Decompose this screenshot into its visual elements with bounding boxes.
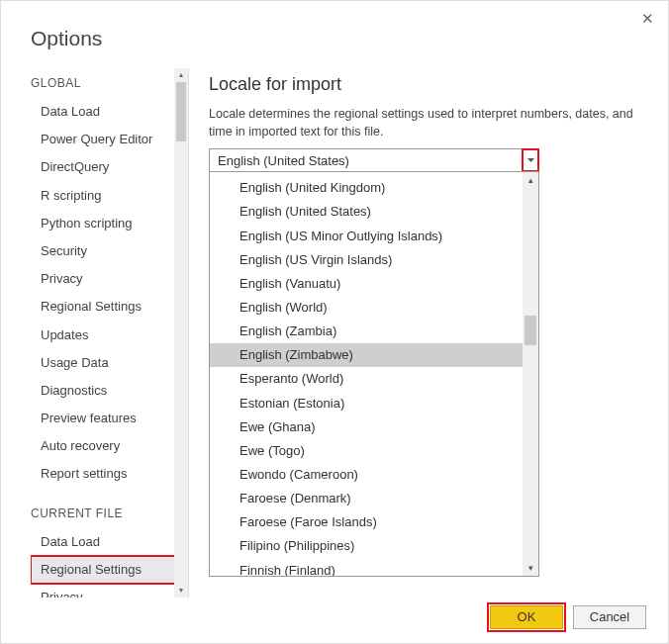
sidebar-item[interactable]: R scripting [31, 182, 179, 210]
locale-option[interactable]: English (United States) [210, 200, 523, 224]
locale-dropdown[interactable]: English (United States) English (United … [209, 148, 539, 172]
ok-button[interactable]: OK [490, 605, 563, 629]
locale-option[interactable]: English (US Minor Outlying Islands) [210, 225, 523, 248]
sidebar-item[interactable]: Regional Settings [31, 293, 179, 321]
scroll-up-icon[interactable]: ▴ [174, 68, 188, 82]
locale-dropdown-list[interactable]: English (United Kingdom)English (United … [209, 171, 539, 577]
locale-dropdown-box[interactable]: English (United States) [209, 148, 539, 172]
sidebar-item[interactable]: Python scripting [31, 210, 179, 237]
scroll-thumb[interactable] [525, 316, 536, 345]
locale-option[interactable]: Ewe (Togo) [210, 439, 523, 463]
locale-option[interactable]: Filipino (Philippines) [210, 534, 523, 558]
locale-option[interactable]: Ewondo (Cameroon) [210, 463, 523, 487]
sidebar-scrollbar[interactable]: ▴ ▾ [174, 68, 188, 598]
dialog-title: Options [1, 1, 668, 68]
sidebar-item[interactable]: Diagnostics [31, 377, 179, 405]
sidebar-item[interactable]: Power Query Editor [31, 126, 179, 153]
scroll-down-icon[interactable]: ▾ [523, 560, 538, 576]
sidebar-item[interactable]: Regional Settings [31, 556, 179, 584]
sidebar-item[interactable]: Report settings [31, 460, 179, 488]
sidebar-item[interactable]: Security [31, 237, 179, 265]
sidebar-header-global: GLOBAL [31, 68, 179, 98]
locale-dropdown-value: English (United States) [210, 153, 523, 168]
sidebar-item[interactable]: Privacy [31, 584, 179, 598]
locale-option[interactable]: English (United Kingdom) [210, 176, 523, 200]
list-scrollbar[interactable]: ▴ ▾ [523, 172, 538, 576]
locale-option[interactable]: Finnish (Finland) [210, 559, 523, 577]
sidebar-item[interactable]: Privacy [31, 265, 179, 293]
chevron-down-icon[interactable] [523, 149, 538, 171]
locale-option[interactable]: English (World) [210, 296, 523, 320]
sidebar-item[interactable]: DirectQuery [31, 153, 179, 181]
pane-heading: Locale for import [209, 74, 648, 95]
cancel-button[interactable]: Cancel [573, 605, 646, 629]
locale-option[interactable]: English (Zambia) [210, 320, 523, 343]
sidebar-item[interactable]: Updates [31, 322, 179, 349]
sidebar-header-current-file: CURRENT FILE [31, 489, 179, 528]
locale-option[interactable]: Estonian (Estonia) [210, 392, 523, 415]
locale-option[interactable]: English (US Virgin Islands) [210, 248, 523, 272]
sidebar-container: GLOBAL Data LoadPower Query EditorDirect… [31, 68, 189, 598]
locale-option[interactable]: Ewe (Ghana) [210, 415, 523, 439]
sidebar-item[interactable]: Usage Data [31, 349, 179, 377]
scroll-up-icon[interactable]: ▴ [523, 172, 538, 188]
locale-option[interactable]: English (Zimbabwe) [210, 343, 523, 367]
locale-option[interactable]: Faroese (Denmark) [210, 487, 523, 510]
scroll-thumb[interactable] [176, 82, 186, 141]
content-area: GLOBAL Data LoadPower Query EditorDirect… [1, 68, 668, 598]
sidebar-item[interactable]: Data Load [31, 98, 179, 126]
locale-option[interactable]: Faroese (Faroe Islands) [210, 510, 523, 534]
dialog-buttons: OK Cancel [490, 605, 646, 629]
sidebar-item[interactable]: Preview features [31, 405, 179, 432]
sidebar-item[interactable]: Auto recovery [31, 432, 179, 460]
sidebar-item[interactable]: Data Load [31, 528, 179, 556]
pane-description: Locale determines the regional settings … [209, 105, 648, 140]
locale-option[interactable]: English (Vanuatu) [210, 272, 523, 296]
main-pane: Locale for import Locale determines the … [189, 68, 668, 598]
close-icon[interactable]: ✕ [641, 11, 654, 26]
locale-option[interactable]: Esperanto (World) [210, 367, 523, 391]
sidebar: GLOBAL Data LoadPower Query EditorDirect… [31, 68, 179, 598]
scroll-down-icon[interactable]: ▾ [174, 584, 188, 598]
